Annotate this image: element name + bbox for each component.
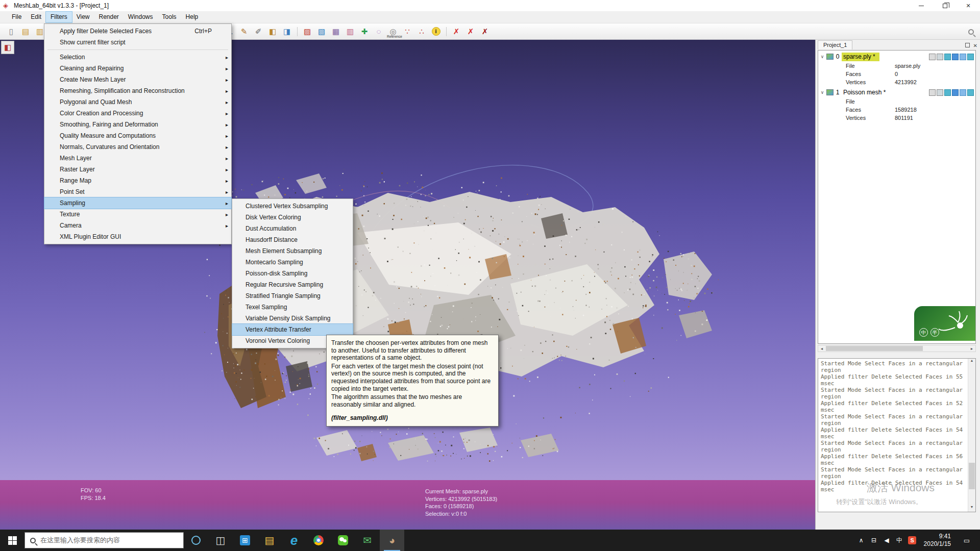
new-project-icon[interactable]: ▯	[5, 25, 18, 38]
dock-close-icon[interactable]	[973, 40, 977, 49]
menubar-item[interactable]: Filters	[46, 12, 72, 22]
menubar-item[interactable]: Tools	[158, 12, 181, 22]
filters-menu-item[interactable]: Range Map ▸	[44, 175, 231, 186]
menubar-item[interactable]: Edit	[26, 12, 46, 22]
network-icon[interactable]: ⊟	[868, 530, 880, 551]
sampling-menu-item[interactable]: Disk Vertex Coloring	[232, 212, 353, 223]
restore-button[interactable]	[933, 0, 957, 11]
move-vertex-icon[interactable]: ✚	[358, 25, 371, 38]
filters-menu-item[interactable]: Texture ▸	[44, 209, 231, 220]
scroll-down-icon[interactable]	[968, 505, 975, 512]
edge-icon[interactable]: e	[282, 530, 306, 551]
filters-menu-item[interactable]: Show current filter script	[44, 37, 231, 48]
sampling-menu-item[interactable]: Poisson-disk Sampling	[232, 268, 353, 279]
menubar-item[interactable]: Help	[181, 12, 203, 22]
region-pick-icon[interactable]: ∴	[415, 25, 428, 38]
layer-points-icon[interactable]	[952, 89, 959, 96]
layer-visibility-icon[interactable]	[929, 54, 936, 60]
filters-menu-item[interactable]: Color Creation and Processing ▸	[44, 108, 231, 119]
toolbar-icon[interactable]	[295, 25, 300, 38]
dock-float-icon[interactable]	[965, 43, 970, 47]
z-painting-icon[interactable]: ✐	[252, 25, 265, 38]
chevron-down-icon[interactable]	[820, 90, 825, 95]
layer-name[interactable]: Poisson mesh *	[842, 88, 890, 97]
layer-points-icon[interactable]	[952, 54, 959, 60]
filters-menu-item[interactable]: Sampling ▸	[44, 197, 231, 209]
filters-menu-item[interactable]: Camera ▸	[44, 220, 231, 231]
log-vertical-scrollbar[interactable]	[968, 359, 975, 512]
layer-smooth-icon[interactable]	[967, 54, 974, 60]
scroll-left-icon[interactable]	[818, 347, 825, 350]
menubar-item[interactable]: Windows	[124, 12, 158, 22]
start-button[interactable]	[0, 530, 24, 551]
layer-flat-icon[interactable]	[960, 54, 966, 60]
project-tab[interactable]: Project_1	[818, 40, 852, 49]
scroll-up-icon[interactable]	[968, 359, 975, 365]
sampling-menu-item[interactable]: Dust Accumulation	[232, 223, 353, 234]
scrollbar-thumb[interactable]	[826, 346, 923, 351]
sampling-menu-item[interactable]: Texel Sampling	[232, 302, 353, 313]
select-faces-icon[interactable]: ▨	[301, 25, 314, 38]
minimize-button[interactable]	[910, 0, 933, 11]
scrollbar-thumb[interactable]	[969, 463, 975, 489]
toolbar-icon[interactable]	[444, 25, 449, 38]
filters-menu-item[interactable]: Apply filter Delete Selected Faces Ctrl+…	[44, 26, 231, 37]
meshlab-taskbar-icon[interactable]: ◕	[380, 530, 404, 551]
sampling-menu-item[interactable]: Clustered Vertex Subsampling	[232, 201, 353, 212]
filters-menu-item[interactable]: Point Set ▸	[44, 186, 231, 197]
sampling-menu-item[interactable]: Montecarlo Sampling	[232, 257, 353, 268]
pick-points-icon[interactable]: ✎	[237, 25, 251, 38]
sampling-menu-item[interactable]: Vertex Attribute Transfer	[232, 324, 353, 335]
filters-menu-item[interactable]: Cleaning and Repairing ▸	[44, 63, 231, 74]
delete-current-mesh-icon[interactable]: ✗	[450, 25, 463, 38]
sogou-input-icon[interactable]: S	[906, 530, 919, 551]
layer-flat-icon[interactable]	[960, 89, 966, 96]
mail-icon[interactable]: ✉	[355, 530, 380, 551]
store-icon[interactable]: ⊞	[233, 530, 257, 551]
layer-wireframe-icon[interactable]	[937, 89, 943, 96]
layer-header[interactable]: 0 sparse.ply *	[818, 52, 975, 62]
layer-visibility-icon[interactable]	[929, 89, 936, 96]
filters-menu-item[interactable]: Polygonal and Quad Mesh ▸	[44, 96, 231, 108]
layer-wireframe-icon[interactable]	[937, 54, 943, 60]
filters-menu-item[interactable]	[44, 48, 231, 52]
chevron-down-icon[interactable]	[820, 54, 825, 59]
hidden-icons-icon[interactable]: ∧	[855, 530, 868, 551]
menubar-item[interactable]: Render	[94, 12, 124, 22]
sampling-menu-item[interactable]: Variable Density Disk Sampling	[232, 313, 353, 324]
viewport-corner-button[interactable]: ◧	[1, 41, 14, 54]
pick-point-icon[interactable]: ∵	[401, 25, 414, 38]
filters-menu-item[interactable]: Mesh Layer ▸	[44, 153, 231, 164]
taskbar-search-box[interactable]: 在这里输入你要搜索的内容	[24, 532, 184, 548]
sampling-menu-item[interactable]: Hausdorff Distance	[232, 234, 353, 245]
select-connected-icon[interactable]: ◌	[372, 25, 385, 38]
wechat-icon[interactable]	[331, 530, 355, 551]
filters-menu-item[interactable]: Create New Mesh Layer ▸	[44, 74, 231, 85]
select-vertices-icon[interactable]: ▧	[315, 25, 328, 38]
task-view-icon[interactable]: ◫	[208, 530, 233, 551]
gradient-icon[interactable]: ◨	[280, 25, 293, 38]
filters-menu-item[interactable]: Quality Measure and Computations ▸	[44, 130, 231, 141]
fill-color-icon[interactable]: ◧	[266, 25, 279, 38]
filters-menu-item[interactable]: Selection ▸	[44, 52, 231, 63]
layers-horizontal-scrollbar[interactable]	[818, 345, 976, 352]
filters-menu-item[interactable]: Smoothing, Fairing and Deformation ▸	[44, 119, 231, 130]
chrome-icon[interactable]	[306, 530, 331, 551]
delete-raster-icon[interactable]: ✗	[464, 25, 477, 38]
align-reference-icon[interactable]: ◎ Reference	[386, 25, 400, 38]
ime-indicator[interactable]: 中	[893, 530, 906, 551]
layer-smooth-icon[interactable]	[967, 89, 974, 96]
layer-color-icon[interactable]	[944, 54, 951, 60]
close-button[interactable]: ✕	[957, 0, 980, 11]
filters-menu-item[interactable]: XML Plugin Editor GUI	[44, 231, 231, 242]
sampling-menu-item[interactable]: Mesh Element Subsampling	[232, 245, 353, 257]
volume-icon[interactable]: ◀	[880, 530, 893, 551]
select-all-icon[interactable]: ▦	[329, 25, 342, 38]
sampling-menu-item[interactable]: Regular Recursive Sampling	[232, 279, 353, 290]
filters-menu-item[interactable]: Remeshing, Simplification and Reconstruc…	[44, 85, 231, 96]
cortana-icon[interactable]	[184, 530, 208, 551]
sampling-menu-item[interactable]: Stratified Triangle Sampling	[232, 290, 353, 302]
filters-menu-item[interactable]: Raster Layer ▸	[44, 164, 231, 175]
delete-all-icon[interactable]: ✗	[478, 25, 492, 38]
layer-header[interactable]: 1 Poisson mesh *	[818, 87, 975, 97]
